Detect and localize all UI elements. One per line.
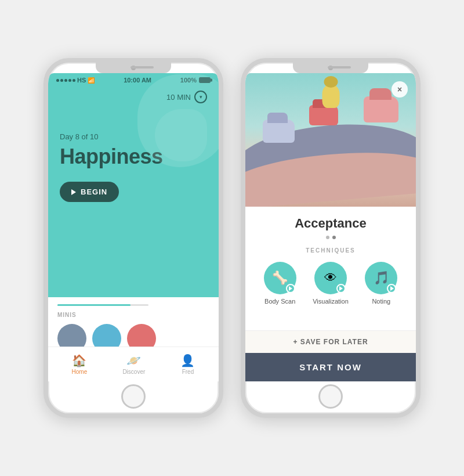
- phone-1-content: HS 📶 10:00 AM 100%: [48, 73, 219, 381]
- close-icon: ×: [397, 85, 402, 94]
- play-triangle-icon: [289, 286, 292, 291]
- visualization-icon: 👁: [314, 262, 347, 294]
- start-now-button[interactable]: START NOW: [245, 353, 416, 381]
- duration-label: 10 MIN: [166, 93, 191, 102]
- begin-button[interactable]: BEGIN: [60, 182, 119, 202]
- illus-car-3: [364, 96, 398, 122]
- page-dot-2: [332, 236, 336, 239]
- status-right: 100%: [180, 77, 211, 84]
- visualization-play: [336, 284, 346, 293]
- illustration-area: ×: [245, 73, 416, 207]
- nav-fred-label: Fred: [182, 369, 194, 375]
- duration-row: 10 MIN ▾: [60, 91, 207, 103]
- status-left: HS 📶: [56, 77, 95, 84]
- body-scan-label: Body Scan: [264, 298, 295, 305]
- nav-home[interactable]: 🏠 Home: [65, 351, 95, 377]
- wifi-icon: 📶: [88, 77, 95, 84]
- phone-1: HS 📶 10:00 AM 100%: [44, 58, 223, 418]
- illus-char-body: [322, 85, 339, 108]
- phone-2-speaker: [328, 66, 351, 68]
- signal-dots: [56, 79, 75, 82]
- page-dots: [255, 236, 407, 239]
- time-label: 10:00 AM: [124, 77, 151, 84]
- battery-fill: [200, 78, 210, 82]
- noting-play: [387, 284, 396, 293]
- play-icon: [71, 189, 76, 195]
- phone-1-speaker: [130, 66, 154, 68]
- close-button[interactable]: ×: [392, 81, 408, 98]
- progress-bar: [57, 304, 148, 306]
- nav-discover-label: Discover: [122, 369, 145, 375]
- phone-2-home-button[interactable]: [318, 384, 343, 409]
- acceptance-title: Acceptance: [255, 216, 407, 231]
- nav-fred[interactable]: 👤 Fred: [173, 351, 202, 377]
- page-dot-1: [326, 236, 329, 239]
- phones-container: HS 📶 10:00 AM 100%: [32, 46, 432, 430]
- signal-dot: [56, 79, 59, 82]
- battery-percent: 100%: [180, 77, 197, 84]
- technique-body-scan[interactable]: 🦴 Body Scan: [260, 262, 300, 305]
- phone-2-screen: × Acceptance TECHNIQUES 🦴: [245, 73, 416, 381]
- progress-fill: [57, 304, 130, 306]
- illus-character: [321, 85, 341, 117]
- body-scan-play: [286, 284, 295, 293]
- discover-icon: 🪐: [126, 354, 141, 367]
- session-title: Happiness: [60, 145, 207, 169]
- minis-label: MINIS: [57, 312, 209, 318]
- signal-dot: [60, 79, 63, 82]
- phone-2: × Acceptance TECHNIQUES 🦴: [241, 58, 420, 418]
- begin-label: BEGIN: [81, 187, 107, 196]
- play-triangle-icon: [390, 286, 394, 291]
- day-label: Day 8 of 10: [60, 132, 207, 141]
- status-bar: HS 📶 10:00 AM 100%: [48, 73, 219, 86]
- phone-1-screen: HS 📶 10:00 AM 100%: [48, 73, 219, 381]
- home-icon: 🏠: [72, 354, 86, 367]
- techniques-row: 🦴 Body Scan 👁: [255, 262, 407, 305]
- battery-icon: [199, 77, 211, 83]
- noting-label: Noting: [372, 298, 390, 305]
- duration-circle[interactable]: ▾: [194, 91, 207, 103]
- body-scan-icon: 🦴: [264, 262, 296, 294]
- visualization-label: Visualization: [313, 298, 349, 305]
- techniques-label: TECHNIQUES: [255, 247, 407, 254]
- signal-dot: [68, 79, 71, 82]
- save-for-later-button[interactable]: + SAVE FOR LATER: [245, 330, 416, 353]
- teal-content: 10 MIN ▾ Day 8 of 10 Happiness BEGIN: [48, 86, 219, 297]
- fred-icon: 👤: [180, 354, 195, 367]
- nav-discover[interactable]: 🪐 Discover: [115, 351, 152, 377]
- noting-icon: 🎵: [365, 262, 397, 294]
- save-later-label: + SAVE FOR LATER: [293, 338, 368, 346]
- signal-dot: [72, 79, 75, 82]
- technique-noting[interactable]: 🎵 Noting: [361, 262, 401, 305]
- carrier-label: HS: [77, 77, 86, 84]
- signal-dot: [64, 79, 67, 82]
- start-now-label: START NOW: [299, 362, 362, 372]
- bottom-nav: 🏠 Home 🪐 Discover 👤 Fred: [48, 347, 219, 381]
- phone-1-home-button[interactable]: [121, 384, 146, 409]
- nav-home-label: Home: [72, 369, 88, 375]
- illus-car-1: [263, 120, 295, 143]
- play-triangle-icon: [339, 286, 343, 291]
- detail-content: Acceptance TECHNIQUES 🦴: [245, 207, 416, 330]
- phone-2-content: × Acceptance TECHNIQUES 🦴: [245, 73, 416, 381]
- technique-visualization[interactable]: 👁 Visualization: [310, 262, 351, 305]
